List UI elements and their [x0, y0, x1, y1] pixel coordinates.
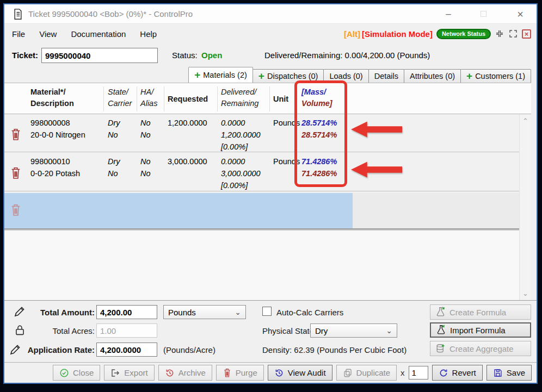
status-label: Status:	[172, 51, 198, 60]
cell-state-carrier: DryNo	[108, 155, 120, 179]
menu-bar-right: [Alt] [Simulation Mode] Network Status ×	[344, 29, 537, 39]
fullscreen-icon[interactable]	[508, 29, 518, 39]
col-header-material[interactable]: Material*/Description	[30, 86, 104, 111]
delete-row-icon[interactable]	[10, 127, 23, 142]
plus-icon: +	[194, 71, 200, 79]
menu-bar: File View Documentation Help [Alt] [Simu…	[4, 24, 537, 43]
scroll-up-icon[interactable]: ⌃	[520, 117, 531, 125]
density-text: Density: 62.39 (Pounds Per Cubic Foot)	[262, 345, 406, 354]
minimize-button[interactable]: –	[438, 7, 459, 22]
tab-details[interactable]: Details	[368, 69, 404, 83]
purge-button[interactable]: Purge	[216, 365, 264, 381]
menu-help[interactable]: Help	[133, 27, 164, 41]
grid-header: Material*/Description State/Carrier HA/A…	[4, 83, 531, 114]
ticket-label: Ticket:	[12, 51, 38, 60]
chevron-down-icon: ⌄	[386, 326, 392, 335]
ticket-summary-row: Ticket: Status: Open Delivered/Remaining…	[4, 43, 537, 69]
close-button[interactable]: Close	[53, 365, 100, 381]
bottom-toolbar: Close Export Archive Purge View Audit Du…	[4, 362, 537, 383]
total-acres-label: Total Acres:	[26, 326, 95, 335]
physical-state-select[interactable]: Dry ⌄	[310, 323, 397, 338]
new-row-unselected-area	[353, 193, 519, 228]
grid-empty-area	[4, 231, 519, 300]
maximize-button[interactable]	[472, 7, 494, 22]
collapse-panels-icon[interactable]	[495, 29, 504, 39]
unit-select[interactable]: Pounds ⌄	[163, 305, 246, 319]
cell-delivered-remaining: 0.00003,000.0000[0.00%]	[221, 155, 261, 191]
maximize-icon	[481, 11, 486, 17]
edit-icon	[9, 343, 22, 356]
close-panel-icon[interactable]: ×	[522, 29, 531, 39]
duplicate-multiplier-label: x	[401, 368, 405, 377]
menu-view[interactable]: View	[32, 27, 64, 41]
application-rate-unit: (Pounds/Acre)	[163, 345, 215, 354]
ticket-number-input[interactable]	[41, 48, 158, 63]
cell-requested: 3,000.0000	[168, 155, 207, 167]
delete-row-icon[interactable]	[10, 203, 23, 218]
document-icon	[13, 8, 23, 20]
col-header-ha-alias[interactable]: HA/Alias	[140, 86, 164, 111]
cell-delivered-remaining: 0.00001,200.0000[0.00%]	[221, 117, 261, 153]
alt-mode-badge: [Alt]	[344, 29, 360, 39]
lock-icon	[14, 324, 26, 337]
total-amount-input[interactable]	[96, 305, 157, 319]
copy-icon	[343, 368, 353, 378]
plus-icon: +	[258, 72, 264, 80]
menu-documentation[interactable]: Documentation	[64, 27, 133, 41]
col-header-unit[interactable]: Unit	[273, 86, 297, 111]
revert-button[interactable]: Revert	[432, 365, 483, 381]
import-formula-button[interactable]: Import Formula	[430, 322, 531, 338]
create-aggregate-button[interactable]: Create Aggregate	[430, 341, 531, 356]
delete-row-icon[interactable]	[10, 166, 23, 181]
check-circle-icon	[59, 368, 69, 378]
cell-state-carrier: DryNo	[108, 117, 120, 141]
tab-label: Loads (0)	[329, 72, 362, 80]
total-amount-label: Total Amount:	[26, 308, 95, 317]
window-title: Ticket 9995000040 <Bob> (0%)* - ControlP…	[28, 9, 193, 18]
save-icon	[493, 368, 503, 378]
tab-label: Attributes (0)	[410, 72, 455, 80]
physical-state-label: Physical State:	[262, 326, 316, 335]
simulation-mode-badge: [Simulation Mode]	[362, 29, 433, 39]
material-row-1[interactable]: 99800000820-0-0 Nitrogen DryNo NoNo 1,20…	[4, 114, 519, 152]
tab-strip: + Materials (2) + Dispatches (0) Loads (…	[4, 69, 531, 83]
tab-label: Dispatches (0)	[267, 72, 318, 80]
cell-ha-alias: NoNo	[140, 155, 151, 179]
tab-materials[interactable]: + Materials (2)	[188, 67, 253, 83]
col-header-delivered-remaining[interactable]: Delivered/Remaining	[221, 86, 270, 111]
menu-file[interactable]: File	[4, 27, 32, 41]
auto-calc-label: Auto-Calc Carriers	[276, 308, 343, 317]
history-icon	[165, 368, 175, 378]
annotation-box	[294, 80, 347, 187]
save-button[interactable]: Save	[486, 365, 532, 381]
tab-customers[interactable]: + Customers (1)	[460, 69, 531, 83]
annotation-arrow-2	[350, 160, 403, 179]
network-status-badge[interactable]: Network Status	[436, 29, 491, 39]
cell-ha-alias: NoNo	[140, 117, 151, 141]
controlpro-window: Ticket 9995000040 <Bob> (0%)* - ControlP…	[3, 3, 538, 384]
close-window-button[interactable]: ×	[509, 7, 531, 22]
col-header-requested[interactable]: Requested	[168, 86, 218, 111]
col-header-state-carrier[interactable]: State/Carrier	[108, 86, 137, 111]
vertical-scrollbar[interactable]: ⌃ ⌄	[519, 114, 531, 300]
annotation-arrow-1	[350, 120, 403, 139]
export-button[interactable]: Export	[104, 365, 154, 381]
export-icon	[110, 368, 120, 378]
tab-attributes[interactable]: Attributes (0)	[404, 69, 461, 83]
duplicate-count-input[interactable]	[409, 366, 428, 379]
view-audit-button[interactable]: View Audit	[268, 365, 332, 381]
application-rate-input[interactable]	[96, 343, 157, 357]
chevron-down-icon: ⌄	[235, 308, 241, 316]
auto-calc-checkbox[interactable]	[262, 307, 272, 316]
revert-icon	[439, 368, 448, 378]
archive-button[interactable]: Archive	[158, 365, 212, 381]
trash-icon	[223, 368, 232, 378]
duplicate-button[interactable]: Duplicate	[336, 365, 397, 381]
title-bar: Ticket 9995000040 <Bob> (0%)* - ControlP…	[4, 4, 537, 24]
delivered-remaining-text: Delivered/Remaining: 0.00/4,200.00 (Poun…	[264, 51, 430, 60]
tab-label: Materials (2)	[203, 71, 247, 79]
new-material-row-selected[interactable]	[4, 193, 353, 228]
create-formula-button[interactable]: Create Formula	[430, 304, 531, 320]
material-row-2[interactable]: 9980000100-0-20 Potash DryNo NoNo 3,000.…	[4, 153, 519, 191]
scroll-down-icon[interactable]: ⌄	[520, 289, 531, 297]
